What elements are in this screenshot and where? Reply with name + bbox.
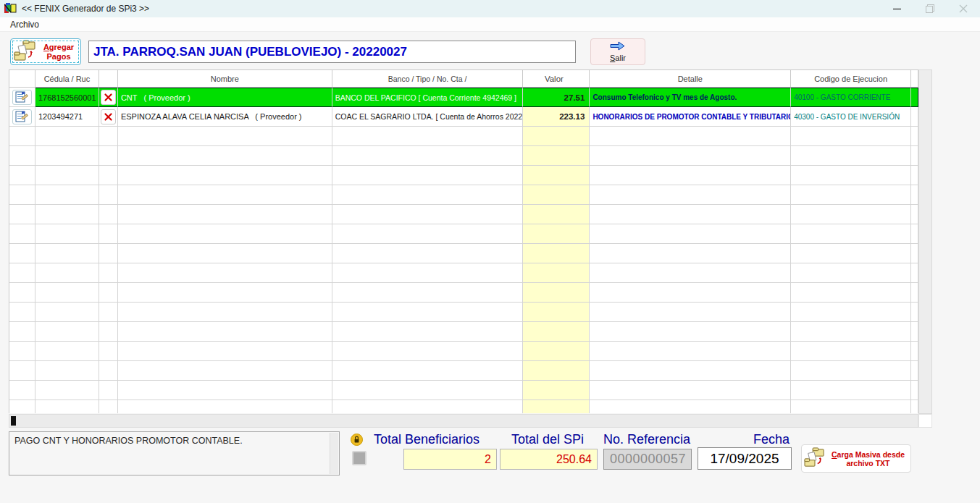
lock-icon[interactable] bbox=[351, 434, 363, 446]
cell-banco[interactable]: BANCO DEL PACIFICO [ Cuenta Corriente 49… bbox=[332, 88, 524, 107]
cell-codigo bbox=[791, 263, 911, 283]
cell-detalle bbox=[590, 263, 791, 283]
cell-cedula bbox=[35, 400, 99, 413]
gray-square-button[interactable] bbox=[352, 451, 367, 465]
table-row-empty bbox=[9, 381, 918, 400]
cell-codigo bbox=[791, 127, 911, 146]
row-edit-cell bbox=[9, 283, 35, 303]
cell-nombre bbox=[118, 205, 332, 224]
cell-banco bbox=[332, 205, 524, 224]
row-delete-cell bbox=[99, 342, 118, 361]
delete-row-button[interactable] bbox=[101, 109, 116, 124]
table-row: 1203494271ESPINOZA ALAVA CELIA NARCISA (… bbox=[9, 107, 918, 127]
cell-codigo[interactable]: 40300 - GASTO DE INVERSIÓN bbox=[791, 107, 911, 127]
cell-codigo bbox=[791, 185, 911, 205]
memo-scrollbar[interactable] bbox=[330, 433, 338, 474]
table-header-edit bbox=[9, 70, 35, 88]
cell-cedula[interactable]: 1768152560001 bbox=[35, 88, 99, 107]
cell-spacer bbox=[911, 224, 918, 244]
table-row-empty bbox=[9, 322, 918, 342]
total-spi-label: Total del SPi bbox=[511, 432, 584, 447]
cell-codigo bbox=[791, 205, 911, 224]
cell-valor bbox=[523, 244, 590, 263]
row-delete-cell bbox=[99, 185, 118, 205]
row-edit-cell bbox=[9, 361, 35, 381]
cell-valor bbox=[523, 205, 590, 224]
cell-codigo bbox=[791, 400, 911, 413]
horizontal-scrollbar[interactable] bbox=[9, 414, 918, 428]
cell-cedula[interactable]: 1203494271 bbox=[35, 107, 99, 127]
edit-row-button[interactable] bbox=[12, 109, 32, 124]
cell-cedula bbox=[35, 381, 99, 400]
cell-valor bbox=[523, 283, 590, 303]
table-row-empty bbox=[9, 244, 918, 263]
fecha-value[interactable]: 17/09/2025 bbox=[698, 447, 792, 470]
cell-nombre bbox=[118, 400, 332, 413]
row-edit-cell bbox=[9, 107, 35, 127]
vertical-scrollbar[interactable] bbox=[918, 69, 932, 414]
cell-valor[interactable]: 223.13 bbox=[523, 107, 590, 127]
cell-valor[interactable]: 27.51 bbox=[523, 88, 590, 107]
table-row-empty bbox=[9, 400, 918, 413]
maximize-button[interactable] bbox=[913, 0, 947, 17]
cell-nombre[interactable]: ESPINOZA ALAVA CELIA NARCISA ( Proveedor… bbox=[118, 107, 332, 127]
table-header-nombre: Nombre bbox=[118, 70, 332, 88]
table-row-empty bbox=[9, 283, 918, 303]
cell-spacer bbox=[911, 244, 918, 263]
cell-detalle bbox=[590, 224, 791, 244]
cell-codigo[interactable]: 40100 - GASTO CORRIENTE bbox=[791, 88, 911, 107]
table-row-empty bbox=[9, 361, 918, 381]
agregar-pagos-button[interactable]: Agregar Pagos bbox=[10, 38, 81, 65]
cell-spacer bbox=[911, 283, 918, 303]
payment-memo-textarea[interactable] bbox=[9, 431, 340, 475]
cell-detalle[interactable]: Consumo Telefonico y TV mes de Agosto. bbox=[590, 88, 791, 107]
entity-name-input[interactable] bbox=[88, 41, 576, 63]
carga-masiva-button[interactable]: Carga Masiva desde archivo TXT bbox=[801, 444, 911, 473]
cell-detalle bbox=[590, 381, 791, 400]
cell-detalle bbox=[590, 283, 791, 303]
cell-detalle bbox=[590, 303, 791, 322]
exit-arrow-icon bbox=[610, 41, 626, 53]
title-bar: << FENIX Generador de SPi3 >> bbox=[0, 0, 980, 17]
close-button[interactable] bbox=[947, 0, 980, 17]
cell-nombre bbox=[118, 322, 332, 342]
table-header-codigo: Codigo de Ejecucion bbox=[791, 70, 911, 88]
row-delete-cell bbox=[99, 400, 118, 413]
table-row-empty bbox=[9, 185, 918, 205]
edit-row-button[interactable] bbox=[12, 90, 32, 105]
folders-icon bbox=[14, 40, 37, 64]
no-referencia-value: 0000000057 bbox=[603, 449, 692, 470]
delete-row-button[interactable] bbox=[101, 90, 116, 105]
menu-item-archivo[interactable]: Archivo bbox=[7, 18, 42, 31]
cell-nombre bbox=[118, 185, 332, 205]
row-delete-cell bbox=[99, 224, 118, 244]
cell-nombre bbox=[118, 361, 332, 381]
cell-cedula bbox=[35, 263, 99, 283]
cell-spacer bbox=[911, 322, 918, 342]
horizontal-scrollbar-thumb[interactable] bbox=[11, 416, 16, 426]
cell-valor bbox=[523, 303, 590, 322]
cell-detalle[interactable]: HONORARIOS DE PROMOTOR CONTABLE Y TRIBUT… bbox=[590, 107, 791, 127]
app-icon bbox=[4, 3, 17, 14]
cell-cedula bbox=[35, 166, 99, 185]
cell-detalle bbox=[590, 146, 791, 166]
cell-spacer bbox=[911, 166, 918, 185]
cell-detalle bbox=[590, 322, 791, 342]
minimize-button[interactable] bbox=[880, 0, 913, 17]
cell-banco[interactable]: COAC EL SAGRARIO LTDA. [ Cuenta de Ahorr… bbox=[332, 107, 524, 127]
cell-codigo bbox=[791, 303, 911, 322]
cell-valor bbox=[523, 322, 590, 342]
cell-cedula bbox=[35, 205, 99, 224]
cell-banco bbox=[332, 381, 524, 400]
cell-valor bbox=[523, 185, 590, 205]
salir-button[interactable]: Salir bbox=[590, 38, 645, 65]
scrollbar-corner bbox=[918, 414, 932, 428]
salir-label: Salir bbox=[610, 54, 626, 62]
cell-nombre[interactable]: CNT ( Proveedor ) bbox=[118, 88, 332, 107]
cell-banco bbox=[332, 244, 524, 263]
cell-valor bbox=[523, 361, 590, 381]
row-delete-cell bbox=[99, 322, 118, 342]
cell-spacer bbox=[911, 361, 918, 381]
row-edit-cell bbox=[9, 88, 35, 107]
row-delete-cell bbox=[99, 127, 118, 146]
